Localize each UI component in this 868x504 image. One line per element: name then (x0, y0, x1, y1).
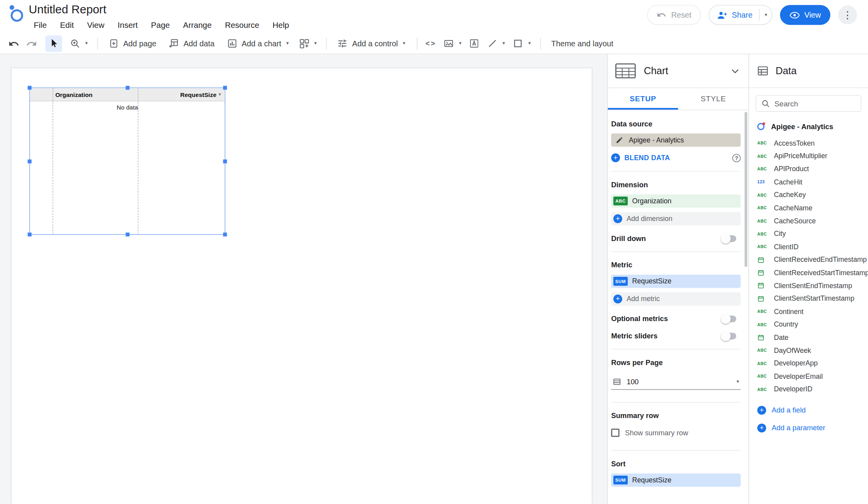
help-icon[interactable]: ? (732, 153, 740, 162)
field-City[interactable]: ABCCity (749, 227, 868, 240)
field-DeveloperApp[interactable]: ABCDeveloperApp (749, 357, 868, 370)
resize-handle-n[interactable] (126, 86, 129, 90)
menu-edit[interactable]: Edit (53, 19, 80, 31)
resize-handle-se[interactable] (223, 232, 227, 236)
sort-chip[interactable]: SUM RequestSize (611, 473, 740, 487)
field-ClientSentEndTimestamp[interactable]: ClientSentEndTimestamp (749, 279, 868, 292)
field-CacheHit[interactable]: 123CacheHit (749, 175, 868, 188)
add-metric-button[interactable]: + Add metric (611, 292, 740, 306)
collapse-chevron-icon[interactable] (729, 65, 741, 77)
zoom-icon (70, 38, 80, 49)
field-name: DeveloperID (774, 385, 812, 393)
more-options-button[interactable]: ⋮ (838, 5, 857, 24)
code-icon: <> (425, 39, 436, 47)
redo-button[interactable] (23, 35, 40, 52)
dimension-section: Dimension ABC Organization + Add dimensi… (611, 172, 740, 252)
plus-icon: + (757, 406, 766, 415)
insert-image-button[interactable]: ▾ (440, 35, 465, 52)
resize-handle-e[interactable] (223, 159, 227, 163)
view-button[interactable]: View (780, 5, 831, 25)
field-DeveloperEmail[interactable]: ABCDeveloperEmail (749, 370, 868, 383)
field-ClientReceivedStartTimestamp[interactable]: ClientReceivedStartTimestamp (749, 266, 868, 279)
report-page[interactable]: Organization RequestSize ▾ No data (11, 68, 592, 504)
field-ClientID[interactable]: ABCClientID (749, 240, 868, 253)
field-Continent[interactable]: ABCContinent (749, 305, 868, 318)
field-CacheKey[interactable]: ABCCacheKey (749, 188, 868, 201)
insert-line-button[interactable]: ▾ (484, 35, 509, 52)
resize-handle-ne[interactable] (223, 86, 227, 90)
report-title[interactable]: Untitled Report (29, 3, 295, 16)
menu-resource[interactable]: Resource (218, 19, 266, 31)
insert-text-button[interactable] (466, 35, 483, 52)
field-Country[interactable]: ABCCountry (749, 318, 868, 331)
tab-setup[interactable]: SETUP (608, 88, 678, 110)
drill-down-toggle[interactable] (722, 235, 737, 242)
menu-view[interactable]: View (80, 19, 111, 31)
zoom-tool-button[interactable]: ▾ (66, 35, 91, 52)
menu-page[interactable]: Page (144, 19, 177, 31)
metric-column-header[interactable]: RequestSize ▾ (137, 91, 224, 98)
field-Date[interactable]: Date (749, 331, 868, 344)
add-a-parameter-button[interactable]: + Add a parameter (749, 420, 868, 436)
looker-studio-logo[interactable] (8, 4, 24, 23)
field-CacheName[interactable]: ABCCacheName (749, 201, 868, 214)
table-chart-type-icon[interactable] (615, 63, 636, 79)
metric-sliders-toggle[interactable] (722, 332, 737, 339)
add-a-field-button[interactable]: + Add a field (749, 402, 868, 418)
add-chart-button[interactable]: Add a chart ▾ (221, 35, 294, 52)
tab-style[interactable]: STYLE (678, 88, 748, 110)
field-APIProduct[interactable]: ABCAPIProduct (749, 163, 868, 175)
undo-button[interactable] (5, 35, 22, 52)
add-dimension-button[interactable]: + Add dimension (611, 212, 740, 225)
theme-and-layout-button[interactable]: Theme and layout (546, 35, 619, 52)
table-chart[interactable]: Organization RequestSize ▾ No data (29, 88, 225, 235)
embed-code-button[interactable]: <> (423, 35, 439, 52)
resize-handle-w[interactable] (28, 159, 32, 163)
metric-chip[interactable]: SUM RequestSize (611, 275, 740, 288)
data-source-chip[interactable]: Apigee - Analytics (611, 133, 740, 147)
share-caret-icon[interactable]: ▾ (765, 13, 767, 18)
field-name: CacheHit (774, 178, 802, 186)
field-ApiPriceMultiplier[interactable]: ABCApiPriceMultiplier (749, 150, 868, 163)
add-chart-icon (227, 38, 237, 49)
menu-help[interactable]: Help (266, 19, 296, 31)
insert-shape-button[interactable]: ▾ (509, 35, 534, 52)
field-DeveloperID[interactable]: ABCDeveloperID (749, 383, 868, 396)
menu-insert[interactable]: Insert (111, 19, 144, 31)
optional-metrics-toggle[interactable] (722, 315, 737, 322)
field-name: ClientSentEndTimestamp (774, 282, 852, 290)
canvas-area[interactable]: Organization RequestSize ▾ No data (0, 54, 607, 504)
share-button-group[interactable]: Share ▾ (709, 5, 772, 25)
reset-button[interactable]: Reset (647, 5, 701, 25)
field-CacheSource[interactable]: ABCCacheSource (749, 214, 868, 227)
menu-arrange[interactable]: Arrange (177, 19, 219, 31)
field-name: CacheName (774, 204, 812, 212)
menu-file[interactable]: File (27, 19, 53, 31)
dimension-column-header[interactable]: Organization (53, 91, 138, 98)
search-box[interactable] (756, 95, 861, 112)
resize-handle-nw[interactable] (28, 86, 32, 90)
summary-row-label: Summary row (611, 411, 740, 420)
rows-per-page-select[interactable]: 100 ▾ (611, 374, 740, 390)
resize-handle-sw[interactable] (28, 232, 32, 236)
data-source-row[interactable]: Apigee - Analytics (749, 116, 868, 137)
field-ClientReceivedEndTimestamp[interactable]: ClientReceivedEndTimestamp (749, 253, 868, 266)
summary-row-checkbox[interactable] (611, 429, 619, 437)
resize-handle-s[interactable] (126, 232, 129, 236)
shape-caret-icon: ▾ (528, 41, 531, 46)
blend-data-button[interactable]: + BLEND DATA ? (611, 153, 740, 163)
field-ClientSentStartTimestamp[interactable]: ClientSentStartTimestamp (749, 292, 868, 305)
community-visualizations-button[interactable]: ▾ (295, 35, 320, 52)
sort-label: Sort (611, 460, 740, 468)
add-page-button[interactable]: Add page (103, 35, 162, 52)
search-input[interactable] (775, 99, 856, 108)
show-summary-row: Show summary row (611, 429, 740, 437)
select-tool-button[interactable] (46, 35, 62, 52)
field-AccessToken[interactable]: ABCAccessToken (749, 137, 868, 150)
add-control-button[interactable]: Add a control ▾ (332, 35, 411, 52)
pencil-icon[interactable] (616, 136, 624, 144)
field-DayOfWeek[interactable]: ABCDayOfWeek (749, 344, 868, 357)
scrollbar-thumb[interactable] (744, 112, 747, 267)
add-data-button[interactable]: Add data (163, 35, 220, 52)
dimension-chip[interactable]: ABC Organization (611, 194, 740, 208)
